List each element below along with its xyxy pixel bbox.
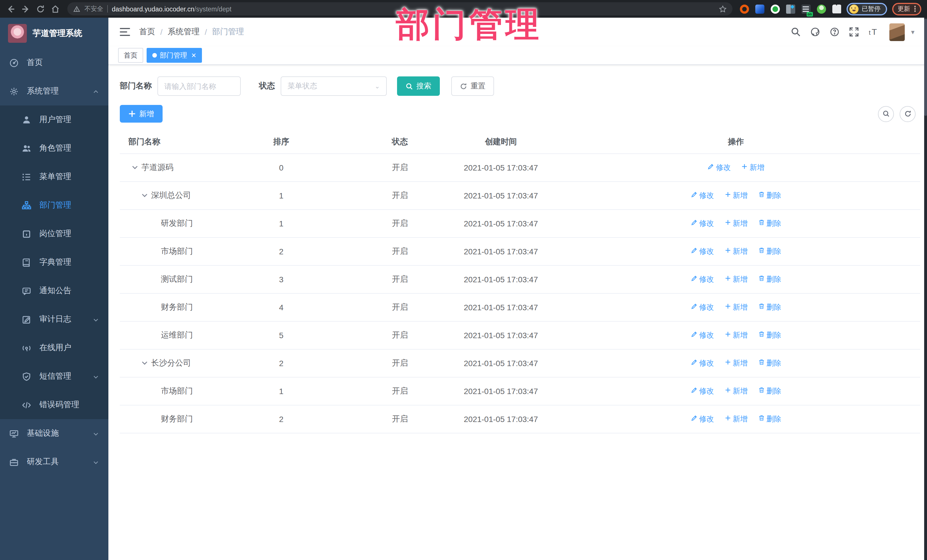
- fullscreen-icon[interactable]: [848, 27, 859, 37]
- status-select[interactable]: 菜单状态 ⌄: [281, 76, 387, 96]
- sidebar-item-8[interactable]: 通知公告: [0, 276, 108, 305]
- edit-icon: [690, 191, 698, 200]
- sidebar-item-5[interactable]: 部门管理: [0, 191, 108, 220]
- row-action-edit[interactable]: 修改: [707, 162, 731, 173]
- extension-ubuntu-icon[interactable]: [740, 4, 749, 14]
- search-icon[interactable]: [790, 27, 801, 37]
- user-avatar[interactable]: [889, 23, 905, 41]
- dept-name: 财务部门: [161, 302, 193, 312]
- hide-search-icon[interactable]: [878, 106, 894, 122]
- row-action-delete[interactable]: 删除: [758, 218, 781, 228]
- sidebar-item-2[interactable]: 用户管理: [0, 106, 108, 134]
- tab-close-icon[interactable]: ✕: [191, 52, 196, 58]
- row-action-add[interactable]: 新增: [724, 246, 748, 256]
- search-button[interactable]: 搜索: [397, 76, 440, 96]
- delete-icon: [758, 191, 765, 200]
- menu-list-icon: [22, 172, 31, 182]
- row-action-add[interactable]: 新增: [724, 218, 748, 228]
- row-action-edit[interactable]: 修改: [690, 274, 714, 284]
- security-label[interactable]: 不安全: [84, 5, 103, 13]
- row-action-delete[interactable]: 删除: [758, 358, 781, 368]
- sidebar-item-7[interactable]: 字典管理: [0, 248, 108, 276]
- row-action-edit[interactable]: 修改: [690, 330, 714, 340]
- sidebar-item-12[interactable]: 错误码管理: [0, 391, 108, 419]
- font-size-icon[interactable]: tT: [868, 27, 878, 37]
- breadcrumb-system[interactable]: 系统管理: [168, 27, 200, 37]
- row-action-delete[interactable]: 删除: [758, 190, 781, 200]
- row-action-edit[interactable]: 修改: [690, 414, 714, 424]
- breadcrumb-home[interactable]: 首页: [139, 27, 155, 37]
- browser-profile-chip[interactable]: 已暂停: [846, 3, 887, 15]
- row-action-edit[interactable]: 修改: [690, 386, 714, 396]
- extension-grid-icon[interactable]: [786, 4, 795, 14]
- expand-caret-icon[interactable]: [131, 164, 138, 171]
- row-action-edit[interactable]: 修改: [690, 190, 714, 200]
- security-warning-icon[interactable]: [73, 4, 81, 14]
- row-action-delete[interactable]: 删除: [758, 302, 781, 312]
- online-users-icon: [22, 343, 31, 353]
- table-row: 长沙分公司 2 开启 2021-01-05 17:03:47 修改 新增 删除: [120, 349, 920, 377]
- row-action-add[interactable]: 新增: [724, 386, 748, 396]
- dept-actions: 修改 新增 删除: [552, 209, 920, 237]
- extension-gem-icon[interactable]: [755, 4, 764, 14]
- sidebar-item-6[interactable]: 岗位管理: [0, 220, 108, 248]
- extension-person-icon[interactable]: [817, 4, 826, 14]
- row-action-add[interactable]: 新增: [724, 414, 748, 424]
- tab-home[interactable]: 首页: [118, 48, 143, 63]
- expand-caret-icon[interactable]: [141, 359, 148, 367]
- sidebar-item-0[interactable]: 首页: [0, 49, 108, 77]
- sidebar-item-3[interactable]: 角色管理: [0, 134, 108, 162]
- row-action-add[interactable]: 新增: [724, 274, 748, 284]
- row-action-add[interactable]: 新增: [724, 358, 748, 368]
- row-action-edit[interactable]: 修改: [690, 358, 714, 368]
- avatar-caret-down-icon[interactable]: ▼: [910, 29, 916, 35]
- tab-dept-management[interactable]: 部门管理 ✕: [147, 48, 202, 63]
- hamburger-icon[interactable]: [120, 28, 130, 36]
- sidebar-item-label: 首页: [27, 58, 43, 68]
- home-icon[interactable]: [50, 4, 60, 14]
- users-icon: [22, 143, 31, 153]
- forward-icon[interactable]: [21, 4, 30, 14]
- row-action-delete[interactable]: 删除: [758, 386, 781, 396]
- scrollbar-thumb[interactable]: [924, 19, 927, 116]
- sidebar-logo-row[interactable]: 芋道管理系统: [0, 18, 108, 49]
- reload-icon[interactable]: [35, 4, 45, 14]
- sidebar-item-4[interactable]: 菜单管理: [0, 162, 108, 191]
- row-action-add[interactable]: 新增: [724, 190, 748, 200]
- extensions-puzzle-icon[interactable]: [832, 4, 841, 14]
- refresh-icon[interactable]: [900, 106, 916, 122]
- plus-icon: [724, 219, 731, 228]
- browser-update-button[interactable]: 更新: [892, 3, 921, 15]
- plus-icon: [724, 359, 731, 367]
- add-button[interactable]: 新增: [120, 105, 163, 123]
- row-action-add[interactable]: 新增: [741, 162, 764, 173]
- browser-menu-icon[interactable]: [914, 6, 916, 12]
- row-action-delete[interactable]: 删除: [758, 414, 781, 424]
- window-scrollbar[interactable]: [924, 18, 927, 560]
- sidebar-item-10[interactable]: 在线用户: [0, 334, 108, 362]
- row-action-add[interactable]: 新增: [724, 330, 748, 340]
- app-title: 芋道管理系统: [32, 28, 82, 39]
- back-icon[interactable]: [6, 4, 15, 14]
- sidebar-item-1[interactable]: 系统管理: [0, 77, 108, 106]
- row-action-delete[interactable]: 删除: [758, 246, 781, 256]
- expand-caret-icon[interactable]: [141, 191, 148, 199]
- row-action-edit[interactable]: 修改: [690, 218, 714, 228]
- extension-green-icon[interactable]: [770, 4, 780, 14]
- extension-list-icon[interactable]: on: [801, 4, 810, 14]
- sidebar-item-13[interactable]: 基础设施: [0, 419, 108, 448]
- reset-button[interactable]: 重置: [451, 76, 494, 96]
- sidebar-item-11[interactable]: 短信管理: [0, 362, 108, 391]
- help-icon[interactable]: [829, 27, 840, 37]
- github-icon[interactable]: [810, 27, 820, 37]
- row-action-edit[interactable]: 修改: [690, 302, 714, 312]
- sidebar-item-label: 岗位管理: [40, 229, 71, 239]
- row-action-edit[interactable]: 修改: [690, 246, 714, 256]
- bookmark-star-icon[interactable]: [719, 4, 726, 14]
- row-action-delete[interactable]: 删除: [758, 330, 781, 340]
- row-action-delete[interactable]: 删除: [758, 274, 781, 284]
- sidebar-item-14[interactable]: 研发工具: [0, 448, 108, 476]
- dept-name-input[interactable]: [158, 76, 241, 96]
- sidebar-item-9[interactable]: 审计日志: [0, 305, 108, 334]
- row-action-add[interactable]: 新增: [724, 302, 748, 312]
